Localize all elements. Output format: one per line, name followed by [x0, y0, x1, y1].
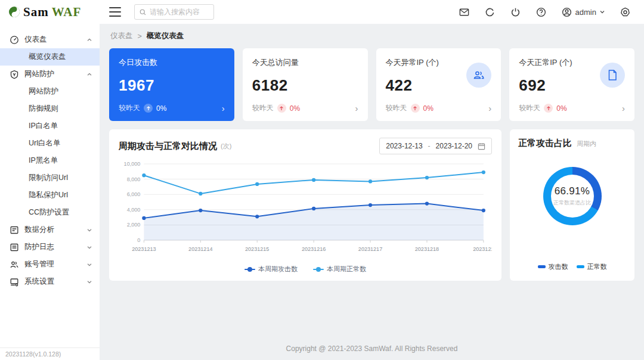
ratio-chart-card: 正常攻击占比 周期内 66.91% 正常数渠道占比 攻击数 [510, 129, 634, 281]
donut-center-label: 正常数渠道占比 [553, 199, 591, 207]
stat-value: 1967 [119, 76, 225, 95]
sidebar-item-label: CC防护设置 [29, 207, 69, 218]
legend-item-normal[interactable]: 正常数 [577, 262, 607, 271]
breadcrumb-current: 概览仪表盘 [147, 31, 184, 41]
logo-text-sam: Sam [23, 5, 49, 20]
refresh-icon[interactable] [484, 7, 496, 18]
legend-marker [244, 267, 255, 272]
username-label: admin [575, 8, 596, 17]
report-icon [10, 225, 19, 235]
date-separator: - [428, 142, 431, 150]
chart-legend: 本周期攻击数 本周期正常数 [119, 265, 492, 275]
trend-up-icon [144, 104, 153, 113]
sidebar-item-ip-whitelist[interactable]: IP白名单 [0, 117, 100, 135]
donut-subtitle: 周期内 [577, 139, 596, 148]
sidebar-item-defense-rules[interactable]: 防御规则 [0, 100, 100, 117]
chevron-up-icon [86, 72, 92, 77]
chevron-down-icon [86, 279, 92, 285]
yin-yang-logo-icon [8, 6, 20, 18]
mail-icon[interactable] [459, 7, 470, 18]
legend-label: 攻击数 [549, 262, 568, 271]
delta-value: 0% [156, 104, 166, 113]
svg-text:2,000: 2,000 [127, 222, 141, 228]
chart-unit-label: (次) [221, 142, 231, 151]
donut-center-value: 66.91% [555, 185, 590, 197]
user-group-icon [10, 260, 19, 269]
sidebar-item-url-whitelist[interactable]: Url白名单 [0, 135, 100, 152]
user-menu[interactable]: admin [561, 7, 605, 18]
chevron-right-icon[interactable]: › [622, 104, 625, 113]
legend-label: 本周期正常数 [327, 265, 366, 274]
stat-title: 今天总访问量 [252, 57, 358, 68]
date-end: 2023-12-20 [436, 142, 472, 150]
legend-item-attacks[interactable]: 本周期攻击数 [244, 265, 298, 274]
delta-value: 0% [290, 104, 300, 113]
sidebar-item-site-protection[interactable]: 网站防护 [0, 83, 100, 100]
stat-card-abnormal-ip[interactable]: 今天异常IP (个) 422 较昨天 0% › [376, 48, 501, 121]
chevron-right-icon[interactable]: › [488, 104, 491, 113]
sidebar-item-ip-blacklist[interactable]: IP黑名单 [0, 152, 100, 169]
stat-card-total-visits[interactable]: 今天总访问量 6182 较昨天 0% › [243, 48, 368, 121]
chevron-down-icon [599, 9, 605, 15]
svg-text:10,000: 10,000 [124, 161, 141, 167]
sidebar-item-label: 账号管理 [24, 259, 54, 269]
breadcrumb-separator: > [138, 32, 142, 41]
svg-text:8,000: 8,000 [127, 176, 141, 182]
sidebar-item-label: 网站防护 [24, 69, 54, 79]
sidebar-group-data-analysis[interactable]: 数据分析 [0, 221, 100, 238]
sidebar-group-system-settings[interactable]: 系统设置 [0, 273, 100, 290]
power-icon[interactable] [510, 7, 521, 18]
search-input[interactable] [150, 8, 209, 16]
sidebar-item-label: 隐私保护Url [29, 190, 68, 200]
chevron-down-icon [86, 244, 92, 250]
svg-text:20231216: 20231216 [302, 246, 326, 252]
search-icon [140, 8, 146, 16]
settings-gear-icon[interactable] [620, 7, 631, 18]
sidebar-item-privacy-url[interactable]: 隐私保护Url [0, 187, 100, 204]
compare-label: 较昨天 [252, 103, 274, 113]
donut-center: 66.91% 正常数渠道占比 [551, 175, 594, 218]
global-search[interactable] [134, 4, 214, 20]
version-label: 20231128(v1.0.128) [0, 347, 100, 360]
svg-text:2023121: 2023121 [473, 246, 492, 252]
date-range-picker[interactable]: 2023-12-13 - 2023-12-20 [379, 138, 492, 154]
topbar-actions: admin [459, 7, 644, 18]
compare-label: 较昨天 [519, 103, 540, 113]
svg-text:0: 0 [137, 237, 140, 243]
chevron-right-icon[interactable]: › [222, 104, 225, 113]
help-icon[interactable] [535, 7, 547, 18]
sidebar-item-overview-dashboard[interactable]: 概览仪表盘 [0, 48, 100, 66]
trend-up-icon [544, 104, 553, 113]
chart-title: 周期攻击与正常对比情况 [119, 141, 217, 152]
system-settings-icon [10, 277, 19, 287]
sidebar-group-dashboard[interactable]: 仪表盘 [0, 31, 100, 48]
sidebar-item-label: 限制访问Url [29, 173, 68, 183]
sidebar-group-account-management[interactable]: 账号管理 [0, 256, 100, 273]
stat-card-attacks-today[interactable]: 今日攻击数 1967 较昨天 0% › [109, 48, 234, 121]
sidebar-group-protection-logs[interactable]: 防护日志 [0, 238, 100, 256]
log-icon [10, 243, 19, 252]
compare-label: 较昨天 [386, 103, 407, 113]
svg-text:20231217: 20231217 [358, 246, 382, 252]
sidebar-item-restricted-url[interactable]: 限制访问Url [0, 169, 100, 187]
legend-item-attacks[interactable]: 攻击数 [538, 262, 568, 271]
sidebar-item-label: 仪表盘 [24, 35, 47, 45]
app-logo[interactable]: Sam WAF [0, 5, 100, 20]
chevron-down-icon [86, 227, 92, 233]
legend-item-normal[interactable]: 本周期正常数 [313, 265, 366, 274]
stat-title: 今日攻击数 [119, 57, 225, 68]
sidebar-group-site-protection[interactable]: 网站防护 [0, 66, 100, 83]
stat-card-normal-ip[interactable]: 今天正常IP (个) 692 较昨天 0% › [509, 48, 634, 121]
svg-text:20231214: 20231214 [188, 246, 212, 252]
chevron-right-icon[interactable]: › [355, 104, 358, 113]
breadcrumb-root[interactable]: 仪表盘 [110, 31, 133, 41]
line-chart: 02,0004,0006,0008,00010,0002023121320231… [119, 158, 492, 265]
calendar-icon [478, 142, 485, 150]
sidebar-item-label: 网站防护 [29, 86, 58, 97]
svg-text:4,000: 4,000 [127, 207, 141, 213]
sidebar-item-cc-protection[interactable]: CC防护设置 [0, 204, 100, 221]
sidebar-item-label: 概览仪表盘 [29, 52, 66, 62]
charts-row: 周期攻击与正常对比情况 (次) 2023-12-13 - 2023-12-20 … [109, 129, 634, 281]
logo-text-waf: WAF [52, 5, 82, 20]
menu-collapse-icon[interactable] [109, 7, 121, 17]
